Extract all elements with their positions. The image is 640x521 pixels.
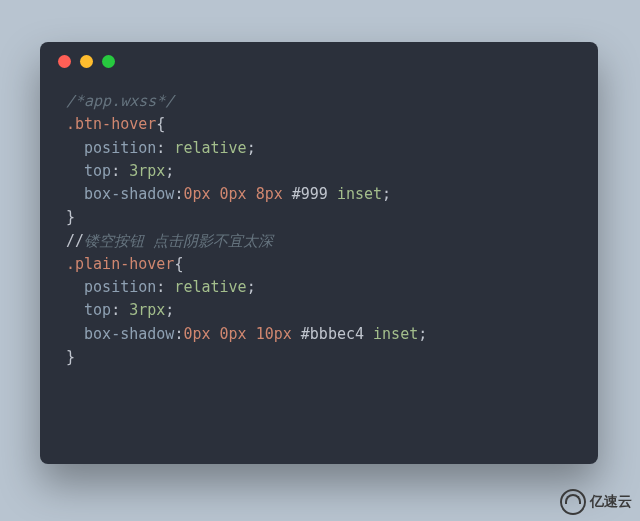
code-property: position <box>84 278 156 296</box>
code-property: position <box>84 139 156 157</box>
code-comment: /*app.wxss*/ <box>66 92 174 110</box>
code-value: 3rpx <box>120 301 165 319</box>
code-colon: : <box>111 301 120 319</box>
code-selector: .btn-hover <box>66 115 156 133</box>
code-indent <box>66 139 84 157</box>
code-indent <box>66 185 84 203</box>
code-semi: ; <box>418 325 427 343</box>
code-semi: ; <box>247 278 256 296</box>
code-window: /*app.wxss*/ .btn-hover{ position: relat… <box>40 42 598 464</box>
code-semi: ; <box>382 185 391 203</box>
code-number: 0px <box>183 325 210 343</box>
close-icon[interactable] <box>58 55 71 68</box>
minimize-icon[interactable] <box>80 55 93 68</box>
code-property: top <box>84 301 111 319</box>
code-selector: .plain-hover <box>66 255 174 273</box>
code-value: 3rpx <box>120 162 165 180</box>
code-indent <box>66 162 84 180</box>
code-property: box-shadow <box>84 325 174 343</box>
code-indent <box>66 325 84 343</box>
maximize-icon[interactable] <box>102 55 115 68</box>
window-titlebar <box>40 42 598 80</box>
code-indent <box>66 278 84 296</box>
code-value: relative <box>165 278 246 296</box>
code-number: 8px <box>247 185 283 203</box>
code-colon: : <box>156 139 165 157</box>
code-colon: : <box>156 278 165 296</box>
code-number: 0px <box>211 325 247 343</box>
cloud-icon <box>560 489 586 515</box>
code-brace: } <box>66 348 75 366</box>
code-value: inset <box>328 185 382 203</box>
code-brace: { <box>156 115 165 133</box>
code-hex: #bbbec4 <box>292 325 364 343</box>
code-semi: ; <box>247 139 256 157</box>
code-slashes: // <box>66 232 84 250</box>
code-number: 0px <box>211 185 247 203</box>
code-property: box-shadow <box>84 185 174 203</box>
code-hex: #999 <box>283 185 328 203</box>
watermark-logo: 亿速云 <box>560 489 632 515</box>
code-value: inset <box>364 325 418 343</box>
logo-text: 亿速云 <box>590 493 632 511</box>
code-colon: : <box>111 162 120 180</box>
code-semi: ; <box>165 301 174 319</box>
code-value: relative <box>165 139 246 157</box>
code-brace: { <box>174 255 183 273</box>
code-number: 10px <box>247 325 292 343</box>
code-property: top <box>84 162 111 180</box>
code-number: 0px <box>183 185 210 203</box>
code-brace: } <box>66 208 75 226</box>
code-comment: 镂空按钮 点击阴影不宜太深 <box>84 232 273 250</box>
code-block: /*app.wxss*/ .btn-hover{ position: relat… <box>40 80 598 389</box>
code-indent <box>66 301 84 319</box>
code-semi: ; <box>165 162 174 180</box>
